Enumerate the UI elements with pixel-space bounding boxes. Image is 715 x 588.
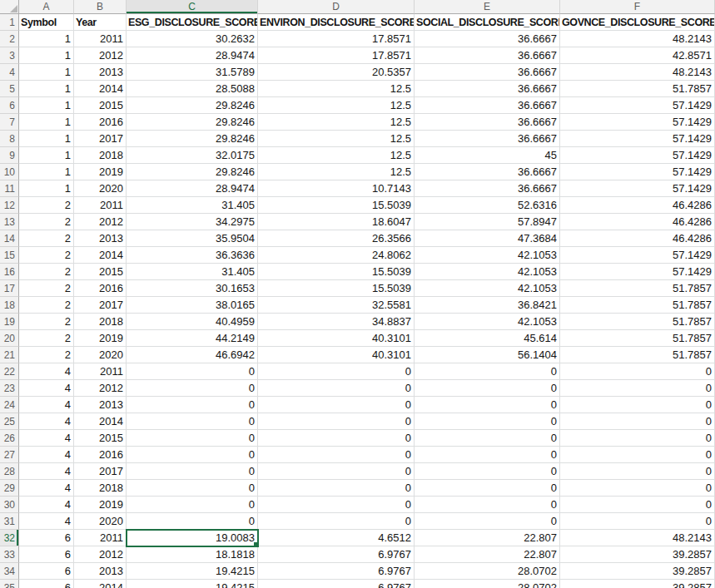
cell-C10[interactable]: 29.8246 — [127, 164, 258, 180]
cell-C4[interactable]: 31.5789 — [127, 64, 258, 81]
cell-E34[interactable]: 28.0702 — [415, 563, 560, 580]
row-header-34[interactable]: 34 — [0, 563, 19, 580]
cell-E4[interactable]: 36.6667 — [415, 64, 560, 81]
cell-C22[interactable]: 0 — [127, 363, 258, 380]
cell-D20[interactable]: 40.3101 — [258, 330, 415, 347]
row-header-29[interactable]: 29 — [0, 480, 19, 497]
cell-C19[interactable]: 40.4959 — [127, 314, 258, 330]
cell-B33[interactable]: 2012 — [74, 546, 127, 563]
cell-E2[interactable]: 36.6667 — [415, 31, 560, 47]
cell-D22[interactable]: 0 — [258, 363, 415, 380]
cell-F22[interactable]: 0 — [560, 363, 715, 380]
cell-E21[interactable]: 56.1404 — [415, 347, 560, 363]
cell-A30[interactable]: 4 — [19, 497, 74, 513]
cell-C13[interactable]: 34.2975 — [127, 214, 258, 230]
cell-F34[interactable]: 39.2857 — [560, 563, 715, 580]
cell-D8[interactable]: 12.5 — [258, 131, 415, 147]
cell-A11[interactable]: 1 — [19, 180, 74, 197]
cell-A4[interactable]: 1 — [19, 64, 74, 81]
cell-A8[interactable]: 1 — [19, 131, 74, 147]
cell-C3[interactable]: 28.9474 — [127, 47, 258, 64]
cell-D15[interactable]: 24.8062 — [258, 247, 415, 264]
cell-F9[interactable]: 57.1429 — [560, 147, 715, 164]
row-header-16[interactable]: 16 — [0, 264, 19, 280]
cell-F1[interactable]: GOVNCE_DISCLOSURE_SCORE — [560, 14, 715, 31]
cell-B18[interactable]: 2017 — [74, 297, 127, 314]
cell-E20[interactable]: 45.614 — [415, 330, 560, 347]
cell-A29[interactable]: 4 — [19, 480, 74, 497]
cell-A20[interactable]: 2 — [19, 330, 74, 347]
cell-B11[interactable]: 2020 — [74, 180, 127, 197]
row-header-7[interactable]: 7 — [0, 114, 19, 131]
cell-F18[interactable]: 51.7857 — [560, 297, 715, 314]
cell-A6[interactable]: 1 — [19, 97, 74, 114]
cell-C26[interactable]: 0 — [127, 430, 258, 447]
cell-F4[interactable]: 48.2143 — [560, 64, 715, 81]
cell-C8[interactable]: 29.8246 — [127, 131, 258, 147]
row-header-8[interactable]: 8 — [0, 131, 19, 147]
cell-D31[interactable]: 0 — [258, 513, 415, 530]
cell-B32[interactable]: 2011 — [74, 530, 127, 546]
cell-F32[interactable]: 48.2143 — [560, 530, 715, 546]
cell-A24[interactable]: 4 — [19, 397, 74, 413]
cell-A21[interactable]: 2 — [19, 347, 74, 363]
cell-E10[interactable]: 36.6667 — [415, 164, 560, 180]
cell-A2[interactable]: 1 — [19, 31, 74, 47]
cell-D28[interactable]: 0 — [258, 463, 415, 480]
cell-E15[interactable]: 42.1053 — [415, 247, 560, 264]
row-header-22[interactable]: 22 — [0, 363, 19, 380]
cell-E31[interactable]: 0 — [415, 513, 560, 530]
cell-C1[interactable]: ESG_DISCLOSURE_SCORE — [127, 14, 258, 31]
cell-D6[interactable]: 12.5 — [258, 97, 415, 114]
cell-A34[interactable]: 6 — [19, 563, 74, 580]
cell-C34[interactable]: 19.4215 — [127, 563, 258, 580]
cell-E30[interactable]: 0 — [415, 497, 560, 513]
cell-F5[interactable]: 51.7857 — [560, 81, 715, 97]
cell-E32[interactable]: 22.807 — [415, 530, 560, 546]
row-header-14[interactable]: 14 — [0, 230, 19, 247]
cell-C15[interactable]: 36.3636 — [127, 247, 258, 264]
cell-A33[interactable]: 6 — [19, 546, 74, 563]
row-header-15[interactable]: 15 — [0, 247, 19, 264]
cell-F33[interactable]: 39.2857 — [560, 546, 715, 563]
cell-C2[interactable]: 30.2632 — [127, 31, 258, 47]
cell-C16[interactable]: 31.405 — [127, 264, 258, 280]
cell-A28[interactable]: 4 — [19, 463, 74, 480]
cell-C20[interactable]: 44.2149 — [127, 330, 258, 347]
cell-B20[interactable]: 2019 — [74, 330, 127, 347]
cell-E28[interactable]: 0 — [415, 463, 560, 480]
cell-A35[interactable]: 6 — [19, 580, 74, 588]
cell-D16[interactable]: 15.5039 — [258, 264, 415, 280]
column-header-F[interactable]: F — [560, 0, 715, 14]
cell-E8[interactable]: 36.6667 — [415, 131, 560, 147]
cell-F23[interactable]: 0 — [560, 380, 715, 397]
cell-B34[interactable]: 2013 — [74, 563, 127, 580]
row-header-27[interactable]: 27 — [0, 447, 19, 463]
cell-B21[interactable]: 2020 — [74, 347, 127, 363]
row-header-4[interactable]: 4 — [0, 64, 19, 81]
cell-B24[interactable]: 2013 — [74, 397, 127, 413]
cell-D29[interactable]: 0 — [258, 480, 415, 497]
cell-E13[interactable]: 57.8947 — [415, 214, 560, 230]
cell-B1[interactable]: Year — [74, 14, 127, 31]
cell-C23[interactable]: 0 — [127, 380, 258, 397]
row-header-33[interactable]: 33 — [0, 546, 19, 563]
cell-D13[interactable]: 18.6047 — [258, 214, 415, 230]
cell-F21[interactable]: 51.7857 — [560, 347, 715, 363]
cell-F20[interactable]: 51.7857 — [560, 330, 715, 347]
cell-A3[interactable]: 1 — [19, 47, 74, 64]
cell-A25[interactable]: 4 — [19, 413, 74, 430]
cell-A13[interactable]: 2 — [19, 214, 74, 230]
select-all-corner[interactable] — [0, 0, 19, 14]
cell-F14[interactable]: 46.4286 — [560, 230, 715, 247]
cell-C9[interactable]: 32.0175 — [127, 147, 258, 164]
cell-D25[interactable]: 0 — [258, 413, 415, 430]
cell-B23[interactable]: 2012 — [74, 380, 127, 397]
row-header-9[interactable]: 9 — [0, 147, 19, 164]
cell-E7[interactable]: 36.6667 — [415, 114, 560, 131]
cell-D35[interactable]: 6.9767 — [258, 580, 415, 588]
cell-F24[interactable]: 0 — [560, 397, 715, 413]
cell-A27[interactable]: 4 — [19, 447, 74, 463]
cell-B15[interactable]: 2014 — [74, 247, 127, 264]
cell-A16[interactable]: 2 — [19, 264, 74, 280]
